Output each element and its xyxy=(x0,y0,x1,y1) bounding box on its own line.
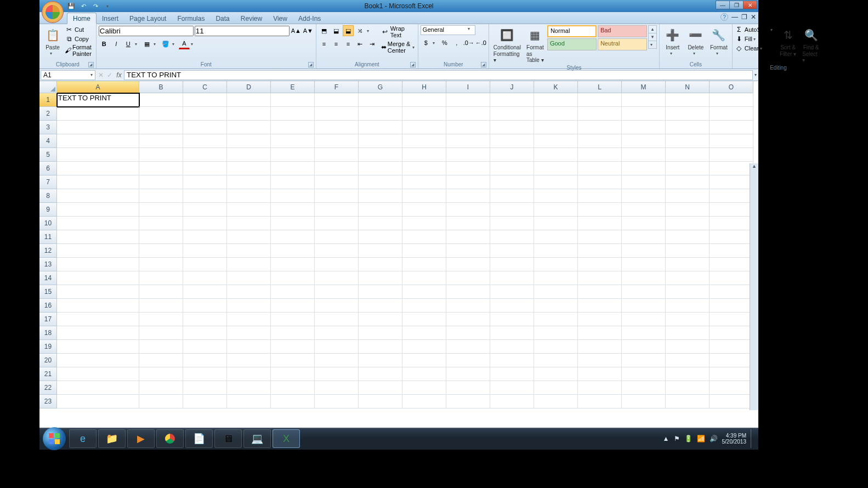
cell[interactable] xyxy=(710,203,753,217)
sort-filter-button[interactable]: ⇅Sort &Filter ▾ xyxy=(777,25,799,58)
cell[interactable] xyxy=(446,299,490,313)
cell[interactable] xyxy=(578,367,622,381)
cell[interactable] xyxy=(271,258,315,271)
cell[interactable] xyxy=(622,340,666,354)
cell[interactable] xyxy=(139,107,183,121)
cell[interactable] xyxy=(271,162,315,175)
cell[interactable] xyxy=(183,313,227,326)
column-header[interactable]: L xyxy=(578,81,622,93)
cell[interactable] xyxy=(534,203,578,217)
cell[interactable] xyxy=(402,381,446,395)
cell[interactable] xyxy=(183,326,227,340)
cell[interactable] xyxy=(578,299,622,313)
cell[interactable] xyxy=(183,162,227,175)
cell[interactable] xyxy=(710,148,753,162)
cell[interactable] xyxy=(57,175,139,189)
cell[interactable] xyxy=(57,381,139,395)
cell[interactable] xyxy=(578,162,622,175)
doc-restore-icon[interactable]: ❐ xyxy=(741,13,747,21)
cell[interactable] xyxy=(578,313,622,326)
row-header[interactable]: 9 xyxy=(39,203,57,217)
cell[interactable] xyxy=(271,148,315,162)
cell[interactable] xyxy=(315,395,359,408)
cell[interactable] xyxy=(227,381,271,395)
currency-icon[interactable]: $ xyxy=(421,37,432,48)
cell[interactable] xyxy=(183,134,227,148)
cell[interactable] xyxy=(139,367,183,381)
cell[interactable] xyxy=(271,354,315,367)
cell[interactable] xyxy=(315,258,359,271)
cell[interactable] xyxy=(490,340,534,354)
cell[interactable] xyxy=(402,121,446,134)
cell[interactable] xyxy=(622,134,666,148)
cell[interactable] xyxy=(622,189,666,203)
cell[interactable] xyxy=(271,340,315,354)
cell[interactable] xyxy=(578,134,622,148)
cell[interactable] xyxy=(57,217,139,230)
cell[interactable] xyxy=(402,134,446,148)
autosum-button[interactable]: ΣAutoSum▾ xyxy=(735,25,776,34)
cell[interactable] xyxy=(227,367,271,381)
fill-color-button[interactable]: 🪣 xyxy=(160,38,171,49)
cell[interactable] xyxy=(183,148,227,162)
cell[interactable] xyxy=(183,175,227,189)
cell[interactable] xyxy=(666,395,710,408)
cell[interactable] xyxy=(534,107,578,121)
cell[interactable] xyxy=(402,217,446,230)
cell[interactable] xyxy=(227,285,271,299)
cancel-formula-icon[interactable]: ✕ xyxy=(97,71,105,80)
cell[interactable] xyxy=(534,326,578,340)
cell[interactable] xyxy=(315,134,359,148)
delete-cells-button[interactable]: ➖Delete▾ xyxy=(685,25,707,57)
cell[interactable] xyxy=(227,121,271,134)
column-header[interactable]: G xyxy=(359,81,402,93)
cell[interactable] xyxy=(710,217,753,230)
bold-button[interactable]: B xyxy=(99,38,110,49)
find-select-button[interactable]: 🔍Find &Select ▾ xyxy=(800,25,822,64)
cell[interactable] xyxy=(666,340,710,354)
cell[interactable] xyxy=(227,107,271,121)
column-header[interactable]: C xyxy=(183,81,227,93)
cell[interactable] xyxy=(402,244,446,258)
cell[interactable] xyxy=(57,107,139,121)
cell[interactable] xyxy=(271,285,315,299)
decrease-indent-icon[interactable]: ⇤ xyxy=(355,38,366,49)
cell[interactable] xyxy=(578,148,622,162)
cell[interactable] xyxy=(490,313,534,326)
office-button[interactable] xyxy=(42,1,64,23)
row-header[interactable]: 2 xyxy=(39,107,57,121)
undo-icon[interactable]: ↶ xyxy=(79,2,88,10)
cell[interactable] xyxy=(666,367,710,381)
orientation-icon[interactable]: ⤮ xyxy=(355,25,366,36)
cell[interactable] xyxy=(578,230,622,244)
cell[interactable] xyxy=(271,230,315,244)
column-header[interactable]: J xyxy=(490,81,534,93)
cell[interactable] xyxy=(534,148,578,162)
cell[interactable] xyxy=(315,175,359,189)
insert-cells-button[interactable]: ➕Insert▾ xyxy=(662,25,684,57)
font-color-button[interactable]: A xyxy=(179,38,190,49)
fill-button[interactable]: ⬇Fill▾ xyxy=(735,35,776,43)
cell[interactable] xyxy=(446,326,490,340)
row-header[interactable]: 21 xyxy=(39,367,57,381)
cell[interactable] xyxy=(578,340,622,354)
cell[interactable] xyxy=(490,285,534,299)
row-header[interactable]: 16 xyxy=(39,299,57,313)
cell[interactable] xyxy=(490,189,534,203)
wrap-text-button[interactable]: ↩Wrap Text xyxy=(381,25,416,38)
cell[interactable] xyxy=(183,271,227,285)
cell[interactable] xyxy=(227,175,271,189)
cell[interactable] xyxy=(227,354,271,367)
cell[interactable] xyxy=(578,175,622,189)
cell[interactable] xyxy=(578,93,622,107)
cell[interactable] xyxy=(446,285,490,299)
cell[interactable] xyxy=(315,381,359,395)
cell[interactable] xyxy=(227,93,271,107)
tray-network-icon[interactable]: 📶 xyxy=(697,435,705,442)
cell[interactable] xyxy=(57,367,139,381)
cell[interactable] xyxy=(315,189,359,203)
taskbar-ie-icon[interactable]: e xyxy=(69,429,97,448)
row-header[interactable]: 7 xyxy=(39,175,57,189)
cell[interactable] xyxy=(271,121,315,134)
cell[interactable] xyxy=(490,367,534,381)
